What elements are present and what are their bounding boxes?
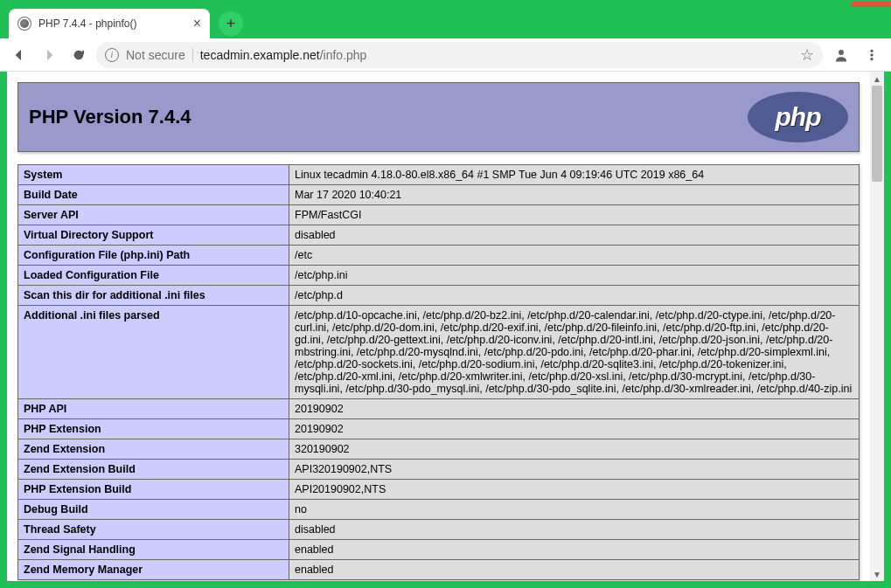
table-row: SystemLinux tecadmin 4.18.0-80.el8.x86_6…: [18, 165, 860, 185]
menu-button[interactable]: [860, 43, 884, 67]
config-value: enabled: [289, 540, 860, 560]
phpinfo-page: PHP Version 7.4.4 php SystemLinux tecadm…: [7, 72, 870, 580]
config-value: enabled: [289, 560, 860, 580]
toolbar: i Not secure tecadmin.example.net/info.p…: [0, 38, 891, 72]
table-row: Scan this dir for additional .ini files/…: [18, 286, 860, 306]
config-value: FPM/FastCGI: [289, 205, 860, 225]
table-row: PHP API20190902: [18, 399, 860, 419]
table-row: Zend Signal Handlingenabled: [18, 540, 860, 560]
config-key: PHP Extension Build: [18, 480, 289, 500]
phpinfo-header: PHP Version 7.4.4 php: [17, 82, 860, 152]
config-value: Linux tecadmin 4.18.0-80.el8.x86_64 #1 S…: [289, 165, 860, 185]
info-icon[interactable]: i: [105, 48, 119, 62]
config-key: Configuration File (php.ini) Path: [18, 246, 289, 266]
config-value: /etc: [289, 246, 860, 266]
back-button[interactable]: [7, 43, 31, 67]
url-text: tecadmin.example.net/info.php: [200, 48, 793, 62]
config-value: /etc/php.d/10-opcache.ini, /etc/php.d/20…: [289, 306, 860, 399]
profile-button[interactable]: [828, 42, 854, 68]
scrollbar-thumb[interactable]: [872, 86, 882, 182]
divider: [192, 48, 193, 62]
scrollbar[interactable]: ▲ ▼: [870, 72, 884, 581]
config-key: Loaded Configuration File: [18, 266, 289, 286]
config-key: Virtual Directory Support: [18, 225, 289, 246]
bookmark-star-icon[interactable]: ☆: [800, 45, 814, 65]
scroll-down-icon[interactable]: ▼: [870, 567, 884, 581]
config-key: Scan this dir for additional .ini files: [18, 286, 289, 306]
table-row: Build DateMar 17 2020 10:40:21: [18, 185, 860, 205]
config-key: System: [18, 165, 289, 185]
config-key: Build Date: [18, 185, 289, 205]
config-key: Thread Safety: [18, 520, 289, 540]
viewport: PHP Version 7.4.4 php SystemLinux tecadm…: [7, 72, 884, 581]
config-value: /etc/php.ini: [289, 266, 860, 286]
table-row: Zend Memory Managerenabled: [18, 560, 860, 580]
reload-button[interactable]: [66, 43, 91, 67]
titlebar: [0, 0, 891, 7]
table-row: Thread Safetydisabled: [18, 520, 860, 540]
table-row: PHP Extension BuildAPI20190902,NTS: [18, 480, 860, 500]
close-icon[interactable]: ×: [193, 16, 201, 31]
php-logo-icon: php: [748, 92, 848, 142]
svg-point-0: [839, 50, 844, 55]
tab-title: PHP 7.4.4 - phpinfo(): [38, 17, 186, 30]
config-key: Zend Memory Manager: [18, 560, 289, 580]
new-tab-button[interactable]: +: [219, 11, 243, 36]
address-bar[interactable]: i Not secure tecadmin.example.net/info.p…: [96, 42, 823, 68]
table-row: Configuration File (php.ini) Path/etc: [18, 246, 860, 266]
table-row: Server APIFPM/FastCGI: [18, 205, 860, 225]
table-row: Virtual Directory Supportdisabled: [18, 225, 860, 246]
config-value: 20190902: [289, 419, 860, 439]
table-row: Loaded Configuration File/etc/php.ini: [18, 266, 860, 286]
config-value: Mar 17 2020 10:40:21: [289, 185, 860, 205]
table-row: Zend Extension320190902: [18, 439, 860, 460]
config-key: Debug Build: [18, 500, 289, 520]
config-value: disabled: [289, 225, 860, 246]
config-value: 320190902: [289, 439, 860, 460]
config-key: Zend Extension: [18, 439, 289, 460]
browser-tab[interactable]: PHP 7.4.4 - phpinfo() ×: [9, 9, 210, 38]
config-key: Additional .ini files parsed: [18, 306, 289, 399]
tab-strip: PHP 7.4.4 - phpinfo() × +: [0, 7, 891, 38]
table-row: Additional .ini files parsed/etc/php.d/1…: [18, 306, 860, 399]
phpinfo-table: SystemLinux tecadmin 4.18.0-80.el8.x86_6…: [17, 164, 860, 580]
table-row: Zend Extension BuildAPI320190902,NTS: [18, 460, 860, 480]
config-value: /etc/php.d: [289, 286, 860, 306]
config-value: API20190902,NTS: [289, 480, 860, 500]
config-key: Zend Signal Handling: [18, 540, 289, 560]
svg-point-2: [871, 53, 874, 56]
globe-icon: [17, 17, 31, 31]
table-row: Debug Buildno: [18, 500, 860, 520]
config-value: 20190902: [289, 399, 860, 419]
config-key: PHP Extension: [18, 419, 289, 439]
table-row: PHP Extension20190902: [18, 419, 860, 439]
security-status: Not secure: [126, 48, 185, 62]
config-value: no: [289, 500, 860, 520]
config-value: API320190902,NTS: [289, 460, 860, 480]
scroll-up-icon[interactable]: ▲: [870, 72, 884, 86]
svg-point-3: [871, 58, 874, 60]
browser-window: ✕ PHP 7.4.4 - phpinfo() × + i Not secure…: [0, 0, 891, 588]
page-title: PHP Version 7.4.4: [29, 106, 191, 128]
svg-point-1: [871, 50, 874, 52]
page-content[interactable]: PHP Version 7.4.4 php SystemLinux tecadm…: [7, 72, 870, 581]
config-key: PHP API: [18, 399, 289, 419]
config-key: Server API: [18, 205, 289, 225]
forward-button[interactable]: [37, 43, 61, 67]
config-key: Zend Extension Build: [18, 460, 289, 480]
config-value: disabled: [289, 520, 860, 540]
